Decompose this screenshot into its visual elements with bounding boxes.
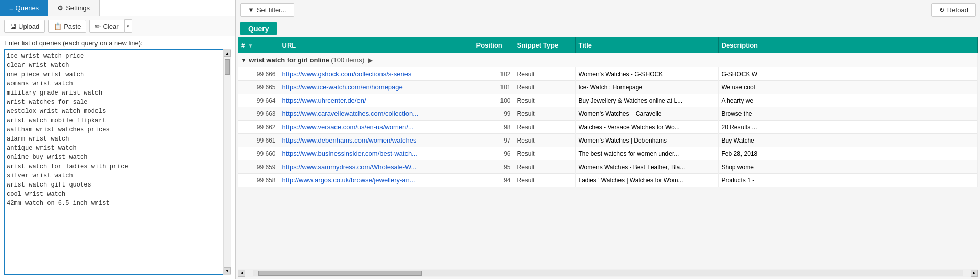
table-row: 99 666 https://www.gshock.com/collection… bbox=[238, 67, 978, 81]
row-title: Womens Watches - Best Leather, Bla... bbox=[575, 160, 718, 174]
row-position: 99 bbox=[473, 107, 514, 121]
tab-queries[interactable]: ≡ Queries bbox=[0, 0, 48, 16]
table-header-row: # ▼ URL Position Snippet Type bbox=[238, 37, 978, 53]
url-link[interactable]: https://www.sammydress.com/Wholesale-W..… bbox=[282, 163, 417, 171]
left-panel: ≡ Queries ⚙ Settings 🖫 Upload 📋 Paste ✏ … bbox=[0, 0, 236, 279]
row-snippet-type: Result bbox=[514, 81, 575, 94]
row-title: Women's Watches - G-SHOCK bbox=[575, 67, 718, 81]
clear-label: Clear bbox=[103, 22, 118, 30]
row-url[interactable]: https://www.versace.com/us/en-us/women/.… bbox=[279, 121, 473, 134]
url-link[interactable]: https://www.caravellewatches.com/collect… bbox=[282, 110, 419, 118]
table-row: 99 661 https://www.debenhams.com/women/w… bbox=[238, 134, 978, 147]
row-snippet-type: Result bbox=[514, 107, 575, 121]
row-position: 94 bbox=[473, 174, 514, 187]
right-panel: ▼ Set filter... ↻ Reload Query # bbox=[236, 0, 980, 279]
clear-button[interactable]: ✏ Clear bbox=[89, 20, 124, 33]
paste-label: Paste bbox=[64, 22, 81, 30]
row-url[interactable]: https://www.debenhams.com/women/watches bbox=[279, 134, 473, 147]
scroll-down-btn[interactable]: ▼ bbox=[224, 267, 231, 274]
col-hash-label: # bbox=[241, 41, 245, 49]
row-num: 99 665 bbox=[238, 81, 279, 94]
row-description: A hearty we bbox=[718, 94, 978, 107]
row-url[interactable]: https://www.uhrcenter.de/en/ bbox=[279, 94, 473, 107]
group-expand-icon[interactable]: ▶ bbox=[368, 57, 372, 63]
url-link[interactable]: https://www.uhrcenter.de/en/ bbox=[282, 97, 366, 104]
col-description[interactable]: Description bbox=[718, 37, 978, 53]
left-toolbar: 🖫 Upload 📋 Paste ✏ Clear ▾ bbox=[0, 16, 235, 36]
url-link[interactable]: https://www.ice-watch.com/en/homepage bbox=[282, 83, 403, 91]
row-num: 99 658 bbox=[238, 174, 279, 187]
row-position: 102 bbox=[473, 67, 514, 81]
scroll-up-btn[interactable]: ▲ bbox=[224, 50, 231, 57]
scroll-left-btn[interactable]: ◄ bbox=[238, 270, 245, 277]
tab-settings-label: Settings bbox=[66, 4, 90, 12]
row-title: Buy Jewellery & Watches online at L... bbox=[575, 94, 718, 107]
col-hash[interactable]: # ▼ bbox=[238, 37, 279, 53]
h-scroll-thumb[interactable] bbox=[258, 271, 422, 276]
table-scroll-wrapper[interactable]: # ▼ URL Position Snippet Type bbox=[238, 37, 978, 269]
query-textarea[interactable]: ice wrist watch price clear wrist watch … bbox=[4, 49, 223, 275]
row-title: Watches - Versace Watches for Wo... bbox=[575, 121, 718, 134]
url-link[interactable]: http://www.argos.co.uk/browse/jewellery-… bbox=[282, 176, 415, 184]
query-hint-text: Enter list of queries (each query on a n… bbox=[4, 39, 143, 47]
col-position-label: Position bbox=[476, 41, 503, 49]
tab-settings[interactable]: ⚙ Settings bbox=[48, 0, 100, 16]
row-description: We use cool bbox=[718, 81, 978, 94]
row-url[interactable]: https://www.ice-watch.com/en/homepage bbox=[279, 81, 473, 94]
col-position[interactable]: Position bbox=[473, 37, 514, 53]
query-label-row: Query bbox=[236, 20, 980, 37]
filter-label: Set filter... bbox=[257, 6, 286, 14]
url-link[interactable]: https://www.businessinsider.com/best-wat… bbox=[282, 150, 417, 157]
group-header-row: ▾ wrist watch for girl online (100 items… bbox=[238, 53, 978, 67]
row-num: 99 666 bbox=[238, 67, 279, 81]
table-body: ▾ wrist watch for girl online (100 items… bbox=[238, 53, 978, 187]
row-url[interactable]: https://www.businessinsider.com/best-wat… bbox=[279, 147, 473, 160]
row-title: Ice- Watch : Homepage bbox=[575, 81, 718, 94]
paste-icon: 📋 bbox=[54, 22, 62, 30]
row-url[interactable]: https://www.caravellewatches.com/collect… bbox=[279, 107, 473, 121]
row-position: 98 bbox=[473, 121, 514, 134]
row-num: 99 660 bbox=[238, 147, 279, 160]
tab-queries-label: Queries bbox=[16, 4, 39, 12]
row-description: Shop wome bbox=[718, 160, 978, 174]
scroll-right-btn[interactable]: ► bbox=[971, 270, 978, 277]
row-url[interactable]: https://www.sammydress.com/Wholesale-W..… bbox=[279, 160, 473, 174]
bottom-scrollbar[interactable]: ◄ ► bbox=[238, 269, 978, 277]
row-description: G-SHOCK W bbox=[718, 67, 978, 81]
data-table: # ▼ URL Position Snippet Type bbox=[238, 37, 978, 187]
paste-button[interactable]: 📋 Paste bbox=[48, 20, 86, 33]
table-container: # ▼ URL Position Snippet Type bbox=[238, 37, 978, 277]
toolbar-dropdown[interactable]: ▾ bbox=[124, 19, 132, 33]
url-link[interactable]: https://www.versace.com/us/en-us/women/.… bbox=[282, 123, 414, 131]
col-title[interactable]: Title bbox=[575, 37, 718, 53]
textarea-scrollbar[interactable]: ▲ ▼ bbox=[223, 49, 231, 275]
right-toolbar: ▼ Set filter... ↻ Reload bbox=[236, 0, 980, 20]
table-row: 99 664 https://www.uhrcenter.de/en/ 100 … bbox=[238, 94, 978, 107]
url-link[interactable]: https://www.debenhams.com/women/watches bbox=[282, 136, 417, 144]
row-url[interactable]: http://www.argos.co.uk/browse/jewellery-… bbox=[279, 174, 473, 187]
row-snippet-type: Result bbox=[514, 174, 575, 187]
reload-icon: ↻ bbox=[939, 6, 945, 14]
url-link[interactable]: https://www.gshock.com/collections/s-ser… bbox=[282, 70, 412, 78]
filter-button[interactable]: ▼ Set filter... bbox=[240, 3, 294, 17]
row-description: Products 1 - bbox=[718, 174, 978, 187]
group-name: wrist watch for girl online bbox=[249, 56, 329, 64]
group-toggle[interactable]: ▾ bbox=[242, 57, 245, 63]
query-textarea-container: ice wrist watch price clear wrist watch … bbox=[0, 49, 235, 279]
row-description: Browse the bbox=[718, 107, 978, 121]
col-snippet[interactable]: Snippet Type bbox=[514, 37, 575, 53]
row-num: 99 662 bbox=[238, 121, 279, 134]
upload-button[interactable]: 🖫 Upload bbox=[4, 20, 45, 33]
col-url-label: URL bbox=[282, 41, 296, 49]
row-snippet-type: Result bbox=[514, 160, 575, 174]
scroll-track bbox=[224, 57, 230, 267]
row-title: Women's Watches | Debenhams bbox=[575, 134, 718, 147]
row-num: 99 659 bbox=[238, 160, 279, 174]
table-row: 99 658 http://www.argos.co.uk/browse/jew… bbox=[238, 174, 978, 187]
scroll-thumb[interactable] bbox=[225, 59, 230, 75]
main-layout: ≡ Queries ⚙ Settings 🖫 Upload 📋 Paste ✏ … bbox=[0, 0, 980, 279]
row-url[interactable]: https://www.gshock.com/collections/s-ser… bbox=[279, 67, 473, 81]
table-row: 99 662 https://www.versace.com/us/en-us/… bbox=[238, 121, 978, 134]
reload-button[interactable]: ↻ Reload bbox=[931, 3, 976, 17]
col-url[interactable]: URL bbox=[279, 37, 473, 53]
